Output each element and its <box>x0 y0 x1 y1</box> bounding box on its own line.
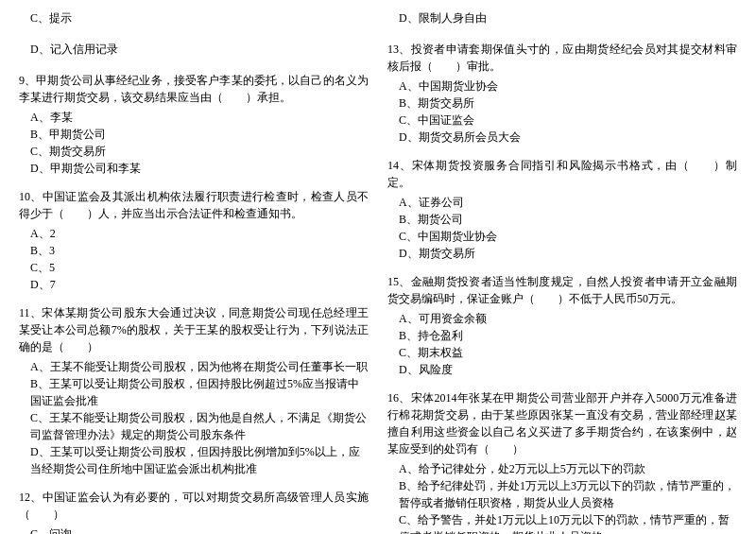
question-text: 13、投资者申请套期保值头寸的，应由期货经纪会员对其提交材料审核后报（ ）审批。 <box>387 41 737 75</box>
left-column: C、提示 D、记入信用记录 9、甲期货公司从事经纪业务，接受客户李某的委托，以自… <box>19 9 369 534</box>
option-a: A、可用资金余额 <box>387 310 737 327</box>
option-d: D、风险度 <box>387 361 737 378</box>
option-a: A、证券公司 <box>387 194 737 211</box>
question-text: 9、甲期货公司从事经纪业务，接受客户李某的委托，以自己的名义为李某进行期货交易，… <box>19 72 369 106</box>
right-column: D、限制人身自由 13、投资者申请套期保值头寸的，应由期货经纪会员对其提交材料审… <box>387 9 737 534</box>
question-text: 11、宋体某期货公司股东大会通过决议，同意期货公司现任总经理王某受让本公司总额7… <box>19 304 369 355</box>
option-d: D、甲期货公司和李某 <box>19 160 369 177</box>
option-b: B、3 <box>19 242 369 259</box>
option-c: C、中国证监会 <box>387 112 737 129</box>
option-a: A、给予记律处分，处2万元以上5万元以下的罚款 <box>387 460 737 477</box>
question-text: 14、宋体期货投资服务合同指引和风险揭示书格式，由（ ）制定。 <box>387 157 737 191</box>
option-c: C、中国期货业协会 <box>387 228 737 245</box>
option-b: B、给予纪律处罚，并处1万元以上3万元以下的罚款，情节严重的，暂停或者撤销任职资… <box>387 477 737 511</box>
option-a: A、王某不能受让期货公司股权，因为他将在期货公司任董事长一职 <box>19 358 369 375</box>
option-a: A、2 <box>19 225 369 242</box>
option-b: B、甲期货公司 <box>19 126 369 143</box>
option-c: C、期货交易所 <box>19 143 369 160</box>
option-b: B、期货交易所 <box>387 95 737 112</box>
option-c: C、期末权益 <box>387 344 737 361</box>
option-d: D、7 <box>19 276 369 293</box>
option-b: B、期货公司 <box>387 211 737 228</box>
option-c: C、给予警告，并处1万元以上10万元以下的罚款，情节严重的，暂停或者撤销任职资格… <box>387 511 737 534</box>
option-d: D、期货交易所 <box>387 245 737 262</box>
question-9: 9、甲期货公司从事经纪业务，接受客户李某的委托，以自己的名义为李某进行期货交易，… <box>19 72 369 177</box>
question-text: 12、中国证监会认为有必要的，可以对期货交易所高级管理人员实施（ ） <box>19 489 369 523</box>
option-c-hint: C、提示 <box>19 9 369 29</box>
page-container: C、提示 D、记入信用记录 9、甲期货公司从事经纪业务，接受客户李某的委托，以自… <box>19 9 737 534</box>
option-c: C、5 <box>19 259 369 276</box>
question-12: 12、中国证监会认为有必要的，可以对期货交易所高级管理人员实施（ ） C、问询 … <box>19 489 369 534</box>
content-columns: C、提示 D、记入信用记录 9、甲期货公司从事经纪业务，接受客户李某的委托，以自… <box>19 9 737 534</box>
option-a: A、中国期货业协会 <box>387 78 737 95</box>
question-13: 13、投资者申请套期保值头寸的，应由期货经纪会员对其提交材料审核后报（ ）审批。… <box>387 41 737 146</box>
option-d: D、期货交易所会员大会 <box>387 129 737 146</box>
option-c: C、王某不能受让期货公司股权，因为他是自然人，不满足《期货公司监督管理办法》规定… <box>19 409 369 443</box>
question-15: 15、金融期货投资者适当性制度规定，自然人投资者申请开立金融期货交易编码时，保证… <box>387 273 737 378</box>
option-d-personal-freedom: D、限制人身自由 <box>387 9 737 29</box>
option-d-credit: D、记入信用记录 <box>19 41 369 60</box>
question-14: 14、宋体期货投资服务合同指引和风险揭示书格式，由（ ）制定。 A、证券公司 B… <box>387 157 737 262</box>
option-a: A、李某 <box>19 109 369 126</box>
option-text: D、限制人身自由 <box>387 9 737 26</box>
option-text: D、记入信用记录 <box>19 41 369 58</box>
question-11: 11、宋体某期货公司股东大会通过决议，同意期货公司现任总经理王某受让本公司总额7… <box>19 304 369 477</box>
question-16: 16、宋体2014年张某在甲期货公司营业部开户并存入5000万元准备进行棉花期货… <box>387 389 737 534</box>
option-d: D、王某可以受让期货公司股权，但因持股比例增加到5%以上，应当经期货公司住所地中… <box>19 443 369 477</box>
question-text: 10、中国证监会及其派出机构依法履行职责进行检查时，检查人员不得少于（ ）人，并… <box>19 188 369 222</box>
option-b: B、王某可以受让期货公司股权，但因持股比例超过5%应当报请中国证监会批准 <box>19 375 369 409</box>
question-text: 16、宋体2014年张某在甲期货公司营业部开户并存入5000万元准备进行棉花期货… <box>387 389 737 457</box>
option-b: B、持仓盈利 <box>387 327 737 344</box>
option-c1: C、问询 <box>19 525 369 534</box>
question-text: 15、金融期货投资者适当性制度规定，自然人投资者申请开立金融期货交易编码时，保证… <box>387 273 737 307</box>
option-text: C、提示 <box>19 9 369 26</box>
question-10: 10、中国证监会及其派出机构依法履行职责进行检查时，检查人员不得少于（ ）人，并… <box>19 188 369 293</box>
